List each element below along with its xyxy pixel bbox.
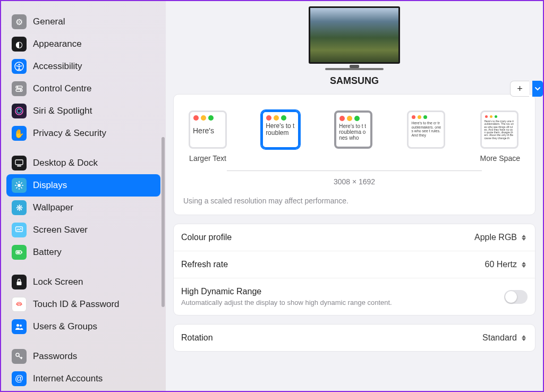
more-space-label: More Space [480,154,520,163]
add-display-dropdown[interactable] [532,81,543,97]
sidebar-item-users-groups[interactable]: Users & Groups [6,316,160,338]
svg-point-7 [17,109,21,113]
add-display-button[interactable]: + [510,81,529,97]
updown-icon [520,260,528,269]
sidebar-item-label: Users & Groups [33,321,97,332]
sidebar-item-label: Desktop & Dock [33,158,98,168]
svg-rect-22 [17,252,20,253]
updown-icon [520,233,528,242]
sidebar-item-label: Battery [33,247,62,258]
sidebar-item-desktop-dock[interactable]: Desktop & Dock [6,152,160,174]
content-area: SAMSUNG + Here's Larger Text Here's to t… [166,1,543,391]
svg-rect-2 [16,86,22,88]
sidebar-item-siri-spotlight[interactable]: Siri & Spotlight [6,100,160,122]
sidebar-item-label: Screen Saver [33,225,88,235]
svg-rect-4 [16,89,22,91]
lock-icon [12,275,27,289]
larger-text-label: Larger Text [189,154,227,163]
sidebar-item-appearance[interactable]: ◐ Appearance [6,33,160,55]
hdr-toggle[interactable] [504,290,528,304]
resolution-option-1[interactable]: Here's [189,110,227,149]
sidebar-item-displays[interactable]: Displays [6,174,160,197]
siri-icon [12,104,27,118]
sidebar-item-control-centre[interactable]: Control Centre [6,78,160,100]
colour-profile-select[interactable]: Apple RGB [474,233,528,242]
resolution-option-3[interactable]: Here's to t troublema ones who [334,110,372,149]
svg-point-6 [15,107,23,115]
hdr-label: High Dynamic Range [181,287,392,296]
updown-icon [520,333,528,343]
sidebar-item-label: Displays [33,180,67,191]
sidebar-item-label: Control Centre [33,83,92,94]
chevron-down-icon [534,86,541,92]
resolution-option-2[interactable]: Here's to troublem [261,110,300,149]
refresh-rate-select[interactable]: 60 Hertz [485,260,528,269]
sidebar-item-lock-screen[interactable]: Lock Screen [6,271,160,293]
wallpaper-icon: ❋ [12,200,27,215]
plus-icon: + [517,83,523,95]
sidebar-item-label: Internet Accounts [33,373,103,384]
sidebar-item-label: Appearance [33,39,82,49]
sidebar-item-label: Lock Screen [33,277,83,287]
scrollbar[interactable] [162,137,165,307]
sidebar: ⚙ General ◐ Appearance Accessibility Con… [1,1,166,391]
accessibility-icon [12,59,27,74]
control-centre-icon [12,81,27,96]
svg-rect-23 [17,282,22,285]
hand-icon: ✋ [12,126,27,141]
sidebar-item-label: Privacy & Security [33,128,106,139]
display-name: SAMSUNG [174,75,534,87]
screen-saver-icon [12,223,27,237]
appearance-icon: ◐ [12,37,27,52]
rotation-label: Rotation [181,333,213,343]
svg-point-1 [19,64,20,65]
resolution-picker: Here's Larger Text Here's to troublem He… [174,95,535,168]
desktop-dock-icon [12,156,27,171]
sidebar-item-screen-saver[interactable]: Screen Saver [6,219,160,241]
svg-rect-9 [17,166,21,167]
battery-icon [12,245,27,260]
svg-line-18 [21,183,22,183]
monitor-stand [325,68,384,70]
resolution-line [227,170,482,171]
svg-point-10 [18,184,21,187]
resolution-value: 3008 × 1692 [174,177,535,186]
key-icon [12,349,27,364]
sidebar-item-internet-accounts[interactable]: @ Internet Accounts [6,368,160,390]
sidebar-item-label: Siri & Spotlight [33,106,92,116]
rotation-select[interactable]: Standard [482,333,528,343]
resolution-note: Using a scaled resolution may affect per… [174,186,535,215]
rotation-section: Rotation Standard [173,324,536,352]
sidebar-item-label: Accessibility [33,61,82,72]
svg-line-15 [16,183,17,183]
colour-profile-row: Colour profile Apple RGB [174,224,535,251]
users-icon [12,319,27,334]
resolution-option-5[interactable]: Here's to the crazy one troublemakers. T… [480,110,518,149]
at-icon: @ [12,371,27,386]
sidebar-item-passwords[interactable]: Passwords [6,345,160,368]
gear-icon: ⚙ [12,14,27,29]
hdr-sublabel: Automatically adjust the display to show… [181,299,392,306]
resolution-option-4[interactable]: Here's to the cr troublemakers. ones who… [407,110,445,149]
svg-point-3 [17,87,18,88]
svg-rect-21 [22,252,23,253]
sidebar-item-label: Passwords [33,351,77,362]
rotation-row: Rotation Standard [174,325,535,351]
displays-icon [12,178,27,193]
sidebar-item-privacy-security[interactable]: ✋ Privacy & Security [6,122,160,144]
add-display-control: + [510,81,543,97]
svg-point-24 [16,324,19,327]
sidebar-item-battery[interactable]: Battery [6,241,160,263]
monitor-preview [309,6,400,64]
svg-line-17 [16,188,17,188]
resolution-section: Here's Larger Text Here's to troublem He… [173,94,536,215]
svg-rect-8 [15,160,23,165]
refresh-rate-label: Refresh rate [181,260,228,269]
sidebar-item-wallpaper[interactable]: ❋ Wallpaper [6,197,160,219]
sidebar-item-accessibility[interactable]: Accessibility [6,55,160,78]
hdr-row: High Dynamic Range Automatically adjust … [174,278,535,315]
sidebar-item-touch-id[interactable]: Touch ID & Password [6,293,160,316]
sidebar-item-general[interactable]: ⚙ General [6,11,160,33]
colour-profile-label: Colour profile [181,233,232,242]
svg-point-25 [20,325,22,327]
